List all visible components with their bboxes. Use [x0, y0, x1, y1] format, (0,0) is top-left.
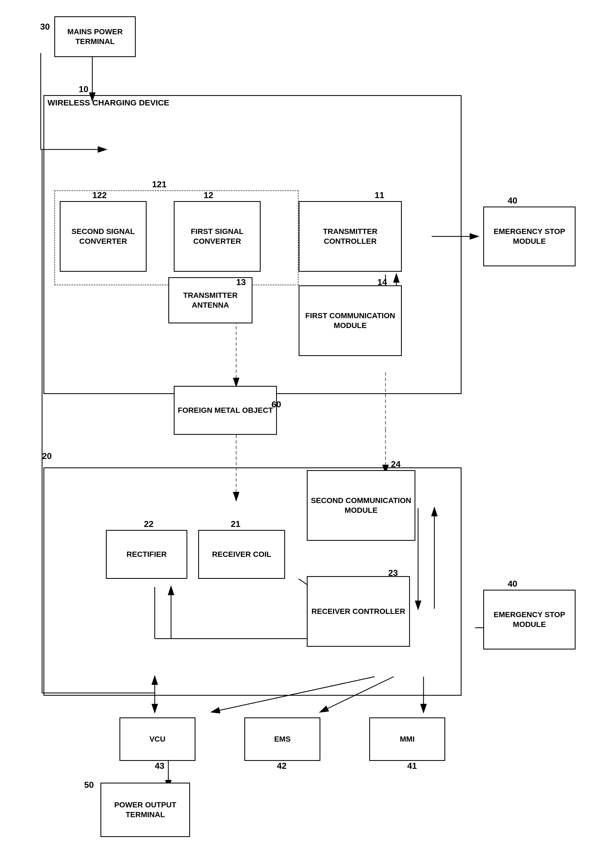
num-21: 21	[231, 519, 240, 529]
receiver-coil-label: RECEIVER COIL	[212, 550, 271, 559]
foreign-metal-label: FOREIGN METAL OBJECT	[178, 405, 273, 415]
power-output-terminal-box: POWER OUTPUT TERMINAL	[101, 783, 190, 837]
mmi-box: MMI	[369, 717, 445, 761]
vcu-label: VCU	[149, 734, 165, 744]
receiver-coil-box: RECEIVER COIL	[198, 530, 285, 579]
num-121: 121	[152, 180, 167, 189]
foreign-metal-box: FOREIGN METAL OBJECT	[174, 386, 277, 435]
rectifier-box: RECTIFIER	[106, 530, 187, 579]
transmitter-controller-box: TRANSMITTER CONTROLLER	[299, 201, 402, 272]
second-comm-module-label: SECOND COMMUNICATION MODULE	[310, 496, 412, 515]
emergency-stop-top-label: EMERGENCY STOP MODULE	[487, 227, 572, 246]
vcu-box: VCU	[119, 717, 195, 761]
mmi-label: MMI	[400, 734, 415, 744]
second-signal-converter-label: SECOND SIGNAL CONVERTER	[63, 227, 143, 246]
num-42: 42	[277, 761, 287, 771]
second-signal-converter-box: SECOND SIGNAL CONVERTER	[60, 201, 146, 272]
num-40-bottom: 40	[508, 579, 517, 589]
num-122: 122	[92, 190, 107, 200]
num-60: 60	[272, 399, 281, 410]
second-comm-module-box: SECOND COMMUNICATION MODULE	[307, 470, 415, 541]
emergency-stop-bottom-box: EMERGENCY STOP MODULE	[483, 590, 575, 649]
mains-power-terminal-box: MAINS POWER TERMINAL	[54, 16, 136, 57]
num-14: 14	[377, 277, 387, 287]
num-24: 24	[391, 459, 401, 469]
num-22: 22	[144, 519, 154, 529]
first-comm-module-box: FIRST COMMUNICATION MODULE	[299, 285, 402, 356]
num-10: 10	[79, 84, 88, 94]
ems-label: EMS	[274, 734, 291, 744]
rectifier-label: RECTIFIER	[127, 550, 167, 559]
num-41: 41	[407, 761, 417, 771]
num-20: 20	[42, 451, 52, 461]
receiver-controller-label: RECEIVER CONTROLLER	[311, 607, 405, 616]
mains-power-terminal-label: MAINS POWER TERMINAL	[58, 27, 132, 47]
first-signal-converter-label: FIRST SIGNAL CONVERTER	[177, 227, 257, 246]
transmitter-antenna-label: TRANSMITTER ANTENNA	[172, 290, 249, 310]
transmitter-controller-label: TRANSMITTER CONTROLLER	[302, 227, 398, 246]
num-23: 23	[388, 568, 398, 578]
num-40-top: 40	[508, 195, 517, 206]
num-50: 50	[84, 780, 94, 790]
receiver-controller-box: RECEIVER CONTROLLER	[307, 576, 410, 647]
emergency-stop-top-box: EMERGENCY STOP MODULE	[483, 206, 575, 266]
diagram-container: MAINS POWER TERMINAL 30 WIRELESS CHARGIN…	[0, 0, 616, 862]
num-30: 30	[40, 22, 50, 32]
ems-box: EMS	[244, 717, 321, 761]
num-11: 11	[375, 190, 384, 200]
power-output-terminal-label: POWER OUTPUT TERMINAL	[104, 800, 187, 820]
wireless-charging-device-label: WIRELESS CHARGING DEVICE	[47, 98, 169, 107]
emergency-stop-bottom-label: EMERGENCY STOP MODULE	[487, 610, 572, 630]
num-43: 43	[155, 761, 165, 771]
num-13: 13	[236, 277, 246, 287]
first-signal-converter-box: FIRST SIGNAL CONVERTER	[174, 201, 261, 272]
first-comm-module-label: FIRST COMMUNICATION MODULE	[302, 311, 398, 331]
num-12: 12	[204, 190, 214, 200]
